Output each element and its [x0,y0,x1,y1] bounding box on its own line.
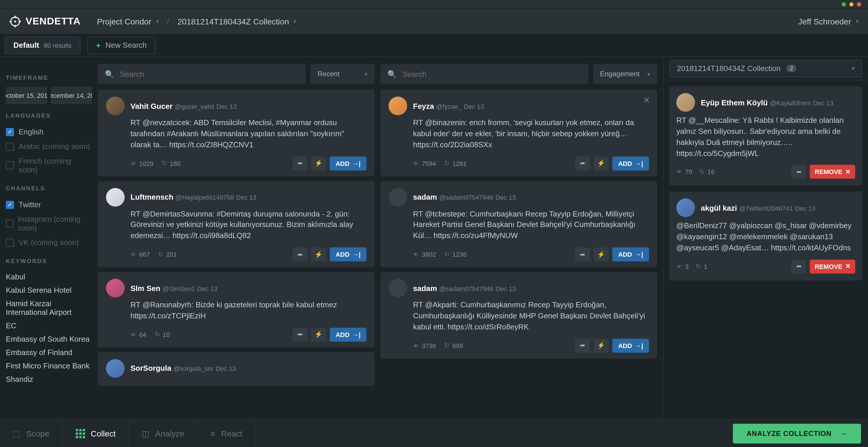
share-button[interactable]: ➦ [792,165,807,179]
user-menu[interactable]: Jeff Schroeder▾ [798,16,859,26]
checkbox-label: Twitter [19,200,41,209]
retweets-stat: 16 [699,168,715,176]
arrow-in-icon: →| [352,251,361,258]
retweets-stat: 10 [155,331,170,339]
retweet-icon [695,263,701,270]
add-button[interactable]: ADD→| [330,156,366,170]
keyword-item[interactable]: First Micro Finance Bank [6,359,92,373]
window-max-dot[interactable] [849,2,854,6]
app-logo: VENDETTA [9,15,81,27]
activity-button[interactable]: ⚡ [311,247,326,261]
keyword-item[interactable]: Embassy of Finland [6,346,92,359]
filter-checkbox[interactable]: Twitter [6,197,92,212]
arrow-in-icon: →| [635,160,643,167]
post-date: Dec 13 [464,103,484,110]
keyword-item[interactable]: EC [6,319,92,332]
eye-icon [676,263,682,270]
tab-react[interactable]: ≡React [198,420,256,447]
add-button[interactable]: ADD→| [612,339,649,352]
activity-button[interactable]: ⚡ [594,156,609,170]
remove-button[interactable]: REMOVE✕ [810,260,855,274]
tweet-card: sadam @sadam07547946 Dec 13 RT @Akparti:… [380,272,657,358]
retweets-stat: 201 [158,250,177,258]
chevron-down-icon: ▾ [856,18,859,25]
sort-dropdown-left[interactable]: Recent▾ [310,64,375,84]
collection-dropdown[interactable]: 20181214T180434Z Collection 2 ▾ [669,60,862,77]
views-stat: 667 [130,251,150,258]
remove-button[interactable]: REMOVE✕ [810,165,855,179]
keyword-item[interactable]: Kabul [6,270,92,283]
eye-icon [130,331,136,338]
arrow-in-icon: →| [635,251,643,258]
keyword-item[interactable]: Kabul Serena Hotel [6,283,92,297]
share-button[interactable]: ➦ [292,247,308,261]
filter-checkbox: French (coming soon) [6,153,92,177]
tab-scope[interactable]: ⬚Scope [0,420,63,447]
search-input-left[interactable]: 🔍 [98,64,306,84]
activity-button[interactable]: ⚡ [594,247,609,261]
breadcrumb-project[interactable]: Project Condor▾ [97,16,159,26]
tweet-card: ✕ Feyza @fyzae_ Dec 13 RT @binazenin: er… [380,90,657,176]
retweets-stat: 1281 [444,160,467,167]
window-close-dot[interactable] [857,2,861,6]
arrow-in-icon: →| [635,342,643,349]
add-button[interactable]: ADD→| [330,328,366,342]
author-name: Vahit Gucer [130,102,173,110]
views-stat: 7594 [413,160,436,167]
window-titlebar [0,0,868,8]
share-button[interactable]: ➦ [575,339,590,352]
app-name: VENDETTA [26,15,81,27]
author-handle: @SlmSen1 [162,285,195,292]
add-button[interactable]: ADD→| [330,247,366,261]
filter-checkbox[interactable]: English [6,125,92,139]
tweet-card: SorSorgula @sorgula_sor Dec 13 [98,352,375,386]
breadcrumb-collection[interactable]: 20181214T180434Z Collection▾ [177,16,297,26]
collection-card: Eyüp Ethem Köylü @KoyluEthem Dec 13 RT @… [669,86,862,186]
tab-collect[interactable]: Collect [63,420,129,447]
share-button[interactable]: ➦ [575,156,590,170]
collection-count-badge: 2 [786,65,797,72]
share-button[interactable]: ➦ [792,260,807,274]
keyword-item[interactable]: Hamid Karzai International Airport [6,297,92,319]
close-icon[interactable]: ✕ [643,96,650,105]
add-button[interactable]: ADD→| [612,247,649,261]
retweets-stat: 180 [162,160,181,167]
post-date: Dec 13 [495,194,516,201]
checkbox [6,161,14,169]
share-button[interactable]: ➦ [575,247,590,261]
window-min-dot[interactable] [842,2,846,6]
tweet-card: Vahit Gucer @gucer_vahit Dec 13 RT @nevz… [98,90,375,176]
author-name: sadam [413,193,437,201]
activity-button[interactable]: ⚡ [594,339,609,352]
search-tab-default[interactable]: Default 80 results [5,36,81,54]
keyword-item[interactable]: Embassy of South Korea [6,332,92,346]
share-button[interactable]: ➦ [292,328,308,342]
activity-button[interactable]: ⚡ [311,328,326,342]
author-handle: @gucer_vahit [175,103,214,110]
sort-dropdown-right[interactable]: Engagement▾ [593,64,657,84]
author-handle: @sorgula_sor [173,365,213,372]
post-date: Dec 13 [236,194,257,201]
date-from[interactable]: October 15, 2018 [6,87,47,104]
search-input-right[interactable]: 🔍 [380,64,588,84]
analyze-collection-button[interactable]: ANALYZE COLLECTION→ [733,423,861,443]
keyword-item[interactable]: Shandiz [6,373,92,386]
views-stat: 1029 [130,160,154,167]
collection-panel: 20181214T180434Z Collection 2 ▾ Eyüp Eth… [663,57,868,419]
tab-analyze[interactable]: ◫Analyze [129,420,198,447]
breadcrumb-separator: / [167,16,169,26]
new-search-button[interactable]: + New Search [87,36,156,54]
tweet-card: sadam @sadam07547946 Dec 13 RT @tcbestep… [380,181,657,267]
author-name: Luftmensch [130,193,173,201]
svg-point-1 [14,21,16,23]
add-button[interactable]: ADD→| [612,156,649,170]
author-handle: @Twltter82048741 [739,205,793,212]
views-stat: 3 [676,263,689,270]
date-to[interactable]: December 14, 201 [51,87,92,104]
checkbox [6,238,14,246]
avatar [389,279,407,298]
retweet-icon [162,160,167,167]
activity-button[interactable]: ⚡ [311,156,326,170]
views-stat: 3736 [413,342,436,349]
share-button[interactable]: ➦ [292,156,308,170]
